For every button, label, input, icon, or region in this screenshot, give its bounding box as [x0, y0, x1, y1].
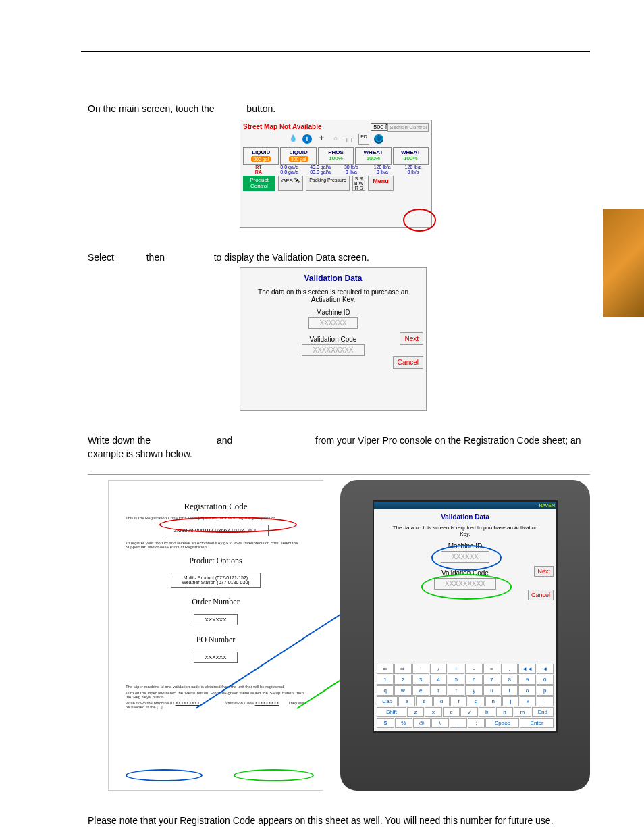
pd-icon[interactable]: PD	[358, 134, 369, 145]
product-control-button[interactable]: Product Control	[243, 176, 275, 191]
validation-data-title: Validation Data	[240, 273, 426, 283]
console-subtitle: The data on this screen is required to p…	[391, 525, 539, 537]
boom-icon[interactable]: ┬┬	[344, 134, 354, 144]
sheet-machine-id-highlight	[126, 769, 203, 781]
on-screen-keyboard[interactable]: ⇦ ⇨ ' / + - = . ◄◄ ◄ 1	[377, 663, 554, 729]
kb-space[interactable]: Space	[485, 718, 519, 728]
kb-cap[interactable]: Cap	[377, 696, 398, 706]
order-number-heading: Order Number	[119, 597, 313, 607]
footer-note-text: Please note that your Registration Code …	[88, 814, 590, 828]
console-machine-id-label: Machine ID	[374, 542, 556, 550]
main-screen-screenshot: Street Map Not Available 500 ft Section …	[240, 120, 432, 228]
step2-text: Select then to display the Validation Da…	[88, 251, 590, 265]
kb-enter[interactable]: Enter	[520, 718, 554, 728]
order-number-value: XXXXXX	[194, 614, 237, 625]
registration-code-heading: Registration Code	[119, 501, 313, 512]
machine-id-label: Machine ID	[240, 309, 426, 316]
kb-backspace[interactable]: ◄	[537, 664, 554, 674]
validation-data-screenshot: Validation Data The data on this screen …	[240, 267, 427, 411]
packing-pressure-button[interactable]: Packing Pressure	[306, 176, 350, 191]
console-validation-title: Validation Data	[374, 513, 556, 521]
registration-code-sheet: Registration Code This is the Registrati…	[108, 480, 323, 791]
side-tab-graphic	[603, 209, 644, 317]
console-next-button[interactable]: Next	[534, 566, 554, 577]
product-options-box: Multi - Product (077-0171-152) Weather S…	[171, 573, 260, 588]
product-row: LIQUID300 gal LIQUID300 gal PHOS100% WHE…	[243, 147, 429, 165]
console-cancel-button[interactable]: Cancel	[528, 590, 554, 600]
console-machine-id-field: XXXXXX	[441, 551, 489, 563]
sheet-validation-code-highlight	[234, 769, 314, 781]
validation-code-label: Validation Code	[240, 336, 426, 343]
machine-id-field: XXXXXX	[308, 317, 357, 329]
po-number-value: XXXXXX	[194, 652, 237, 663]
step3-text: Write down the and from your Viper Pro c…	[88, 434, 590, 461]
kb-right-arrow[interactable]: ⇨	[394, 664, 411, 674]
kb-end[interactable]: End	[532, 707, 554, 717]
sbwr-indicator: S RB WR S	[352, 176, 365, 191]
console-validation-code-field: XXXXXXXXX	[434, 578, 496, 590]
kb-left-arrow[interactable]: ⇦	[377, 664, 394, 674]
info-icon[interactable]: i	[302, 134, 312, 144]
step1-text: On the main screen, touch the button.	[88, 103, 590, 116]
gps-button[interactable]: GPS 🛰	[278, 176, 303, 191]
console-banner: RAVEN	[374, 502, 556, 509]
validation-code-field: XXXXXXXXX	[302, 344, 364, 356]
registration-code-value: 3M8828-000102-03667-0102-000L	[163, 525, 268, 536]
kb-shift[interactable]: Shift	[377, 707, 406, 717]
po-number-heading: PO Number	[119, 635, 313, 645]
kb-backspace-word[interactable]: ◄◄	[518, 664, 535, 674]
cancel-button[interactable]: Cancel	[393, 356, 423, 369]
next-button[interactable]: Next	[400, 332, 423, 345]
validation-subtitle: The data on this screen is required to p…	[254, 288, 412, 303]
zoom-icon[interactable]: ⌕	[331, 134, 340, 144]
menu-button[interactable]: Menu	[368, 176, 394, 191]
target-icon[interactable]: ✛	[317, 134, 326, 144]
spray-icon: 💧	[288, 134, 298, 144]
menu-highlight-circle	[403, 209, 436, 232]
map-not-available-label: Street Map Not Available	[243, 123, 322, 130]
globe-icon[interactable]: 🌐	[374, 134, 383, 144]
section-control-button[interactable]: Section Control	[387, 123, 429, 132]
product-options-heading: Product Options	[119, 556, 313, 566]
console-validation-code-label: Validation Code	[374, 569, 556, 577]
viper-pro-console-image: RAVEN Validation Data The data on this s…	[340, 480, 590, 791]
